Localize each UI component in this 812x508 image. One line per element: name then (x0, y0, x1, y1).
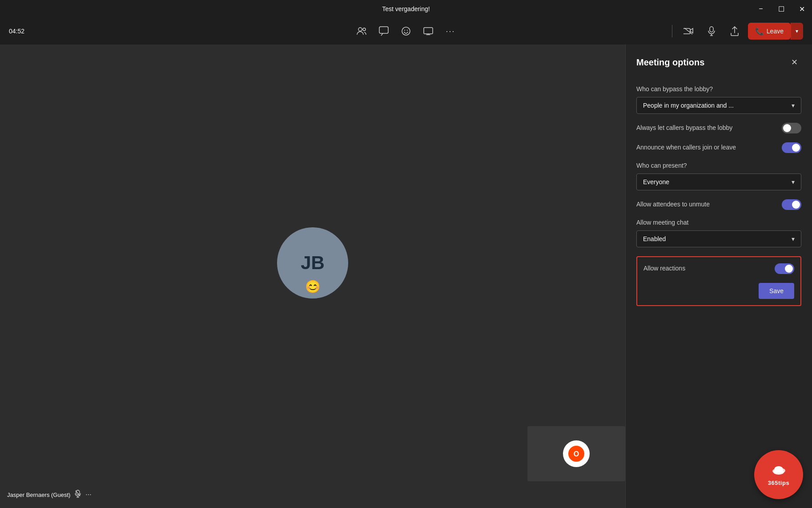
self-avatar: O (563, 440, 590, 467)
meeting-options-panel: Meeting options ✕ Who can bypass the lob… (625, 44, 812, 508)
title-bar: Test vergadering! − ☐ ✕ (0, 0, 812, 18)
people-button[interactable] (352, 21, 371, 41)
lobby-bypass-dropdown[interactable]: People in my organization and ... ▾ (636, 97, 801, 114)
allow-reactions-toggle[interactable] (775, 263, 794, 274)
tips-badge-icon (772, 463, 786, 479)
options-body: Who can bypass the lobby? People in my o… (626, 77, 812, 508)
svg-point-20 (774, 466, 783, 472)
allow-unmute-toggle[interactable] (782, 199, 801, 210)
leave-button-group: 📞 Leave ▾ (748, 23, 803, 40)
svg-point-5 (407, 30, 408, 31)
camera-off-button[interactable] (679, 21, 698, 41)
who-present-dropdown[interactable]: Everyone ▾ (636, 173, 801, 190)
allow-unmute-row: Allow attendees to unmute (636, 199, 801, 210)
lobby-bypass-value: People in my organization and ... (643, 102, 734, 109)
meeting-options-header: Meeting options ✕ (626, 44, 812, 77)
allow-reactions-row: Allow reactions (643, 263, 794, 274)
svg-text:O: O (574, 450, 579, 458)
lobby-bypass-chevron: ▾ (792, 102, 795, 109)
svg-rect-2 (379, 27, 388, 33)
meeting-chat-chevron: ▾ (792, 235, 795, 242)
save-button[interactable]: Save (759, 283, 794, 299)
announce-callers-label: Announce when callers join or leave (636, 143, 736, 152)
who-present-chevron: ▾ (792, 178, 795, 185)
meeting-chat-label: Allow meeting chat (636, 219, 801, 226)
bottom-bar: Jasper Bernaers (Guest) ··· (0, 481, 625, 508)
avatar-initials: JB (301, 254, 325, 272)
close-window-button[interactable]: ✕ (792, 0, 812, 18)
meeting-options-title: Meeting options (636, 57, 704, 68)
announce-callers-slider (782, 142, 801, 153)
lobby-bypass-label: Who can bypass the lobby? (636, 85, 801, 93)
allow-unmute-slider (782, 199, 801, 210)
svg-line-7 (684, 28, 692, 34)
share-button[interactable] (725, 21, 744, 41)
more-button[interactable]: ··· (441, 21, 460, 41)
allow-reactions-slider (775, 263, 794, 274)
allow-reactions-label: Allow reactions (643, 264, 685, 273)
call-timer: 04:52 (9, 28, 24, 35)
meeting-chat-value: Enabled (643, 235, 666, 242)
avatar-emoji: 😊 (305, 279, 321, 294)
minimize-button[interactable]: − (751, 0, 771, 18)
who-present-label: Who can present? (636, 162, 801, 169)
svg-rect-6 (424, 28, 433, 34)
save-row: Save (643, 276, 794, 305)
leave-button[interactable]: 📞 Leave (748, 23, 791, 40)
allow-unmute-label: Allow attendees to unmute (636, 200, 710, 209)
who-present-value: Everyone (643, 178, 669, 185)
participant-name: Jasper Bernaers (Guest) (7, 492, 70, 498)
allow-reactions-section: Allow reactions Save (636, 256, 801, 306)
always-bypass-toggle[interactable] (782, 123, 801, 133)
announce-callers-row: Announce when callers join or leave (636, 142, 801, 153)
avatar: JB 😊 (277, 227, 348, 298)
reactions-button[interactable] (396, 21, 416, 41)
leave-chevron-button[interactable]: ▾ (791, 23, 803, 40)
leave-label: Leave (767, 28, 784, 35)
main-content: JB 😊 O Jasper Bernaers (Guest) (0, 44, 812, 508)
tips-badge: 365tips (754, 450, 803, 499)
maximize-button[interactable]: ☐ (771, 0, 792, 18)
toolbar-center: ··· (352, 21, 460, 41)
svg-point-1 (363, 28, 366, 31)
toolbar-divider (672, 25, 672, 37)
participant-more-button[interactable]: ··· (85, 491, 91, 499)
svg-point-4 (404, 30, 405, 31)
announce-callers-toggle[interactable] (782, 142, 801, 153)
toolbar-right: 📞 Leave ▾ (669, 21, 803, 41)
participant-view: JB 😊 (0, 44, 625, 481)
participant-mute-icon (75, 490, 81, 500)
tips-badge-text: 365tips (768, 480, 789, 486)
always-bypass-row: Always let callers bypass the lobby (636, 123, 801, 133)
svg-rect-8 (710, 27, 713, 32)
video-area: JB 😊 O Jasper Bernaers (Guest) (0, 44, 625, 508)
svg-point-3 (402, 27, 410, 35)
self-video-thumbnail: O (527, 426, 625, 481)
meeting-chat-dropdown[interactable]: Enabled ▾ (636, 230, 801, 247)
window-title: Test vergadering! (382, 5, 430, 12)
svg-rect-13 (76, 490, 80, 495)
close-panel-button[interactable]: ✕ (787, 55, 801, 69)
share-screen-button[interactable] (418, 21, 438, 41)
window-controls: − ☐ ✕ (751, 0, 812, 18)
chat-button[interactable] (374, 21, 394, 41)
svg-point-0 (358, 28, 362, 31)
toolbar: 04:52 (0, 18, 812, 44)
always-bypass-label: Always let callers bypass the lobby (636, 124, 732, 133)
mute-button[interactable] (702, 21, 721, 41)
always-bypass-slider (782, 123, 801, 133)
